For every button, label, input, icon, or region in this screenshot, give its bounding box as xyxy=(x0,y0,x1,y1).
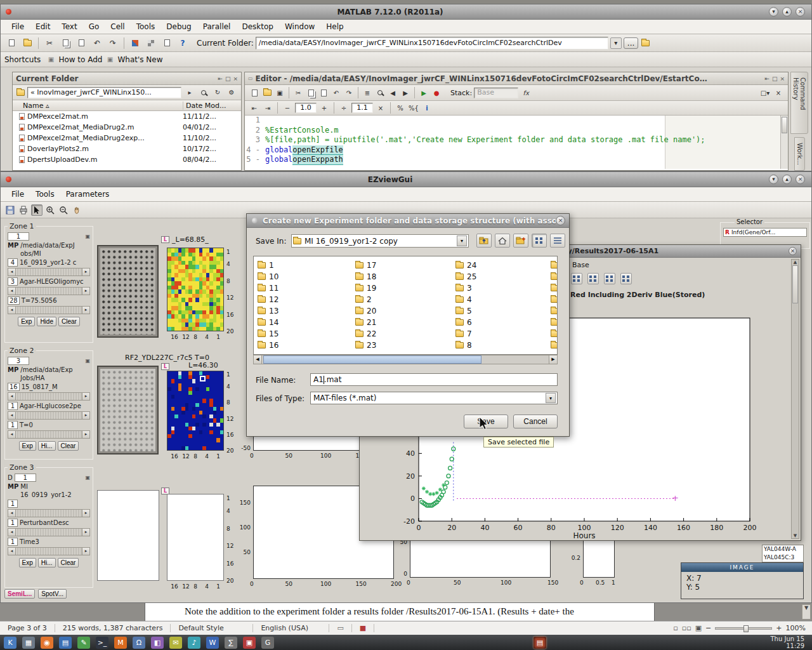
shortcut-whats-new[interactable]: What's New xyxy=(117,55,162,64)
zone3-slider-2[interactable]: ◂▸ xyxy=(8,528,90,536)
hscroll-thumb[interactable] xyxy=(263,355,481,364)
editor-split-close-icon[interactable]: × xyxy=(773,87,784,98)
indent-left-icon[interactable]: ⇤ xyxy=(249,102,260,114)
paste-icon[interactable] xyxy=(74,36,88,50)
image-window-titlebar[interactable]: IMAGE xyxy=(681,563,803,572)
zone3-value-3[interactable]: 1 xyxy=(8,538,18,546)
folder-item[interactable]: 20 xyxy=(355,306,450,316)
file-name-input[interactable]: A1 .mat xyxy=(310,373,558,386)
dialog-close-icon[interactable]: × xyxy=(556,216,565,225)
gimp-icon[interactable]: G xyxy=(261,637,274,649)
folder-item[interactable]: 25 xyxy=(455,272,551,282)
folder-item[interactable]: 16 xyxy=(258,340,353,350)
editor-layout-icon[interactable]: □▾ xyxy=(759,87,771,98)
browse-folder-button[interactable]: ... xyxy=(624,37,638,49)
file-row[interactable]: DoverlayPlots2.m10/17/2... xyxy=(13,143,241,154)
zone1-dock-icon[interactable]: ▣ xyxy=(85,234,90,239)
fx-icon[interactable]: fx xyxy=(520,87,532,98)
folder-item-clipped[interactable] xyxy=(551,272,558,282)
zone2-value-1[interactable]: 16 xyxy=(8,383,20,391)
search-icon[interactable] xyxy=(198,87,209,98)
writer-scrollbar[interactable]: ▼ xyxy=(802,604,811,620)
help-icon[interactable]: ? xyxy=(176,36,190,50)
print-icon[interactable] xyxy=(18,204,29,216)
open-icon[interactable] xyxy=(261,87,273,98)
folder-item[interactable]: 19 xyxy=(355,283,450,293)
gene-listbox[interactable]: YAL044W-AYAL045C:3 xyxy=(762,545,804,562)
slider-left-icon[interactable]: ◂ xyxy=(8,412,16,419)
matlab-menu-cell[interactable]: Cell xyxy=(105,20,130,33)
matlab-menu-edit[interactable]: Edit xyxy=(30,20,56,33)
zone1-slider-1[interactable]: ◂▸ xyxy=(8,268,90,276)
save-icon[interactable] xyxy=(4,204,16,216)
octave-icon[interactable]: Ω xyxy=(133,637,145,649)
launcher-icon[interactable]: K xyxy=(4,637,16,649)
current-folder-path-input[interactable]: /media/data/EASY/InovImager_jwrCF_WINLin… xyxy=(256,37,608,50)
zone3-index-spinner[interactable]: 1 xyxy=(15,474,36,482)
zone3-button-hi[interactable]: Hi... xyxy=(38,558,56,567)
editor-dock-icon[interactable]: ⇤ xyxy=(764,76,769,82)
zone2-dock-icon[interactable]: ▣ xyxy=(85,358,90,364)
slider-left-icon[interactable]: ◂ xyxy=(8,269,16,275)
folder-list[interactable]: 1101112131415161718192202122232425345678 xyxy=(253,256,558,355)
status-zoom-value[interactable]: 100% xyxy=(786,624,806,632)
multiply-icon[interactable]: × xyxy=(375,102,386,114)
undock-icon[interactable]: □ xyxy=(225,76,231,82)
code-editor[interactable]: 12%EstartConsole.m3%[file,path] = uiputf… xyxy=(245,116,788,165)
folder-item-clipped[interactable] xyxy=(551,340,558,350)
folder-item[interactable]: 13 xyxy=(258,306,353,316)
dock-left-icon[interactable]: ⇤ xyxy=(218,76,223,82)
slider-right-icon[interactable]: ▸ xyxy=(82,431,89,438)
slider-right-icon[interactable]: ▸ xyxy=(82,548,89,555)
taskbar-clock[interactable]: Thu Jun 15 11:29 xyxy=(771,635,809,649)
matlab-menu-parallel[interactable]: Parallel xyxy=(197,20,237,33)
folder-item[interactable]: 10 xyxy=(258,272,353,282)
matlab-titlebar[interactable]: MATLAB 7.12.0 (R2011a) ▾ ▴ × xyxy=(1,4,811,20)
matlab-icon[interactable]: M xyxy=(114,637,127,649)
editor-close-icon[interactable]: × xyxy=(780,76,785,82)
breakpoint-icon[interactable]: ● xyxy=(431,87,442,98)
ezview-menu-file[interactable]: File xyxy=(6,188,30,201)
decrease-icon[interactable]: − xyxy=(282,102,293,114)
editor-scrollbar[interactable] xyxy=(780,116,788,169)
zone2-link-icon[interactable]: L xyxy=(161,363,169,370)
pdf-viewer-icon[interactable]: ▣ xyxy=(243,637,256,649)
spotview-button[interactable]: SpotV... xyxy=(38,589,67,599)
zone1-button-clear[interactable]: Clear xyxy=(58,317,80,326)
zoom-out-control[interactable]: − xyxy=(705,624,711,632)
hscroll-left-icon[interactable]: ◀ xyxy=(254,355,262,364)
slider-left-icon[interactable]: ◂ xyxy=(8,288,16,295)
indent-right-icon[interactable]: ⇥ xyxy=(262,102,273,114)
shortcut-how-to-add[interactable]: How to Add xyxy=(58,55,102,64)
slider-right-icon[interactable]: ▸ xyxy=(82,307,89,314)
calculator-icon[interactable]: ∑ xyxy=(225,637,237,649)
slider-right-icon[interactable]: ▸ xyxy=(82,529,89,536)
select-arrow-icon[interactable] xyxy=(31,204,43,216)
file-manager-icon[interactable]: ▤ xyxy=(59,637,72,649)
value-2-field[interactable]: 1.1 xyxy=(351,103,373,113)
percent-block-icon[interactable]: % xyxy=(395,102,406,114)
find-icon[interactable] xyxy=(374,87,386,98)
slider-left-icon[interactable]: ◂ xyxy=(8,307,16,314)
breadcrumb[interactable]: « InovImager_jwrCF_WINLinx150... xyxy=(27,87,181,98)
hscroll-right-icon[interactable]: ▶ xyxy=(549,355,557,364)
close-icon[interactable]: × xyxy=(796,7,805,17)
forward-icon[interactable]: ▶ xyxy=(400,87,411,98)
maximize-icon[interactable]: ▴ xyxy=(782,7,792,17)
run-icon[interactable]: ▶ xyxy=(418,87,429,98)
column-header-date[interactable]: Date Mod... xyxy=(183,102,241,110)
ezview-titlebar[interactable]: EZviewGui ▾ ▴ × xyxy=(1,172,811,187)
folder-item[interactable]: 23 xyxy=(355,340,450,350)
view-single-page-icon[interactable]: ▫ xyxy=(673,624,678,632)
folder-item[interactable]: 22 xyxy=(355,329,450,339)
up-folder-icon[interactable]: ↑ xyxy=(640,37,652,49)
music-player-icon[interactable]: ♪ xyxy=(188,637,200,649)
matlab-menu-text[interactable]: Text xyxy=(56,20,82,33)
undo-icon[interactable]: ↶ xyxy=(90,36,104,50)
folder-item[interactable]: 12 xyxy=(258,295,353,305)
zone3-value-2[interactable]: 1 xyxy=(8,519,18,527)
zone1-link-icon[interactable]: L xyxy=(161,236,169,243)
zone1-button-exp[interactable]: Exp xyxy=(18,317,35,326)
zone2-slider-3[interactable]: ◂▸ xyxy=(8,430,90,439)
matlab-menu-tools[interactable]: Tools xyxy=(131,20,161,33)
